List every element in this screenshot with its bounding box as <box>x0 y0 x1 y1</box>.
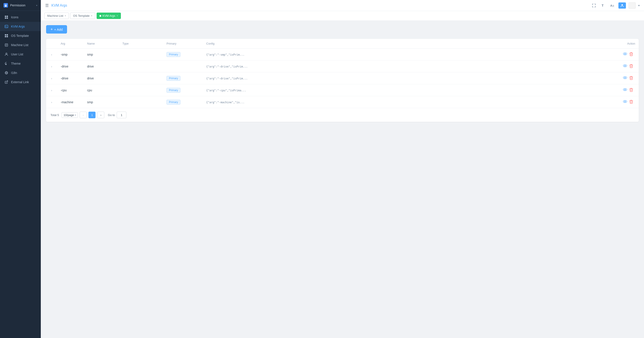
row-config: {"arg":"-drive","isPrim... <box>203 60 617 72</box>
delete-action-icon[interactable] <box>630 76 633 81</box>
tab-os-template-close[interactable]: × <box>91 14 92 17</box>
row-name: cpu <box>84 84 119 96</box>
goto-input[interactable] <box>117 112 126 118</box>
config-text: {"arg":"-smp","isPrim... <box>206 53 244 56</box>
col-expand <box>46 39 57 48</box>
menu-icon[interactable]: ☰ <box>45 3 49 8</box>
delete-action-icon[interactable] <box>630 100 633 104</box>
row-expand-icon[interactable]: › <box>51 53 52 56</box>
permission-icon <box>4 3 8 8</box>
sidebar-item-kvm-args-label: KVM Args <box>11 25 25 28</box>
row-expand-icon[interactable]: › <box>51 101 52 104</box>
svg-point-15 <box>6 53 7 54</box>
topbar-actions: T A 文 ▾ <box>591 2 640 9</box>
tab-os-template[interactable]: OS Template × <box>70 12 95 19</box>
tab-kvm-args-close[interactable]: × <box>117 14 118 17</box>
sidebar-item-user-list[interactable]: User List <box>0 50 41 59</box>
tab-kvm-args[interactable]: KVM Args × <box>96 12 121 19</box>
svg-point-25 <box>624 54 626 54</box>
tab-kvm-args-label: KVM Args <box>102 14 115 18</box>
sidebar-item-i18n-label: I18n <box>11 71 17 74</box>
kvm-args-dot <box>100 15 101 17</box>
row-name: smp <box>84 48 119 60</box>
sidebar-item-theme-label: Theme <box>11 62 21 65</box>
page-size-select[interactable]: 10/page ▾ <box>62 112 78 118</box>
tab-machine-list[interactable]: Machine List × <box>44 12 69 19</box>
row-actions <box>617 96 639 108</box>
row-config: {"arg":"-cpu","isPrima... <box>203 84 617 96</box>
row-actions <box>617 48 639 60</box>
row-expand-icon[interactable]: › <box>51 65 52 68</box>
fullscreen-icon[interactable] <box>591 2 597 9</box>
table-row: › -smp smp Primary {"arg":"-smp","isPrim… <box>46 48 639 60</box>
view-action-icon[interactable] <box>623 99 627 105</box>
tab-os-template-label: OS Template <box>73 14 90 18</box>
sidebar-arrow: ▾ <box>36 4 37 6</box>
sidebar-item-i18n[interactable]: I18n <box>0 68 41 78</box>
delete-action-icon[interactable] <box>630 64 633 69</box>
add-button[interactable]: + + Add <box>46 25 67 34</box>
col-action: Action <box>617 39 639 48</box>
row-primary: Primary <box>163 84 203 96</box>
kvm-args-table: Arg Name Type Primary Config Action › -s… <box>46 39 639 122</box>
content-area: + + Add Arg Name Type Primary Config Act… <box>41 21 644 338</box>
row-expand-icon[interactable]: › <box>51 89 52 92</box>
row-actions <box>617 84 639 96</box>
next-page-btn[interactable]: › <box>97 112 104 118</box>
font-size-icon[interactable]: T <box>600 2 606 9</box>
prev-page-btn[interactable]: ‹ <box>80 112 87 118</box>
tab-machine-list-label: Machine List <box>47 14 63 18</box>
config-text: {"arg":"-machine","is... <box>206 101 244 104</box>
view-action-icon[interactable] <box>623 52 627 57</box>
primary-badge: Primary <box>166 76 180 81</box>
row-name: drive <box>84 60 119 72</box>
row-primary: Primary <box>163 48 203 60</box>
sidebar-item-kvm-args[interactable]: KVM Args <box>0 22 41 31</box>
row-primary: Primary <box>163 72 203 84</box>
topbar-chevron-icon[interactable]: ▾ <box>638 4 640 7</box>
delete-action-icon[interactable] <box>630 88 633 93</box>
globe-icon <box>4 71 8 75</box>
sidebar-item-os-template[interactable]: OS Template <box>0 31 41 40</box>
sidebar-item-machine-list-label: Machine List <box>11 43 28 47</box>
svg-point-33 <box>624 77 626 78</box>
row-expand-icon[interactable]: › <box>51 77 52 80</box>
view-action-icon[interactable] <box>623 64 627 69</box>
sidebar-item-os-template-label: OS Template <box>11 34 29 38</box>
svg-rect-4 <box>6 18 8 19</box>
svg-point-23 <box>622 4 623 6</box>
primary-badge: Primary <box>166 88 180 93</box>
svg-rect-9 <box>5 36 6 37</box>
sidebar-item-icons[interactable]: Icons <box>0 12 41 22</box>
sidebar-item-external-link[interactable]: External Link <box>0 78 41 87</box>
user-avatar-btn[interactable] <box>618 2 626 8</box>
main-area: ☰ KVM Args T A 文 <box>41 0 644 338</box>
config-text: {"arg":"-cpu","isPrima... <box>206 89 246 92</box>
row-actions <box>617 72 639 84</box>
col-name: Name <box>84 39 119 48</box>
row-name: smp <box>84 96 119 108</box>
svg-point-37 <box>624 89 626 90</box>
tab-machine-list-close[interactable]: × <box>64 14 66 17</box>
lang-icon[interactable]: A 文 <box>609 2 616 9</box>
palette-icon <box>4 62 8 66</box>
add-label: + Add <box>54 28 63 31</box>
svg-rect-3 <box>5 18 6 19</box>
sidebar-item-machine-list[interactable]: Machine List <box>0 40 41 50</box>
row-type <box>119 96 163 108</box>
view-action-icon[interactable] <box>623 76 627 81</box>
page-1-btn[interactable]: 1 <box>88 112 96 118</box>
sidebar-header[interactable]: Permission ▾ <box>0 0 41 11</box>
svg-rect-7 <box>5 34 6 36</box>
delete-action-icon[interactable] <box>630 52 633 57</box>
pagination: Total 5 10/page ▾ ‹ 1 › Go to <box>46 108 639 122</box>
view-action-icon[interactable] <box>623 87 627 93</box>
col-arg: Arg <box>57 39 84 48</box>
row-arg: -cpu <box>57 84 84 96</box>
thumbnail-preview <box>628 2 636 8</box>
user-icon <box>4 52 8 56</box>
row-config: {"arg":"-drive","isPrim... <box>203 72 617 84</box>
row-config: {"arg":"-smp","isPrim... <box>203 48 617 60</box>
row-type <box>119 60 163 72</box>
sidebar-item-theme[interactable]: Theme <box>0 59 41 68</box>
